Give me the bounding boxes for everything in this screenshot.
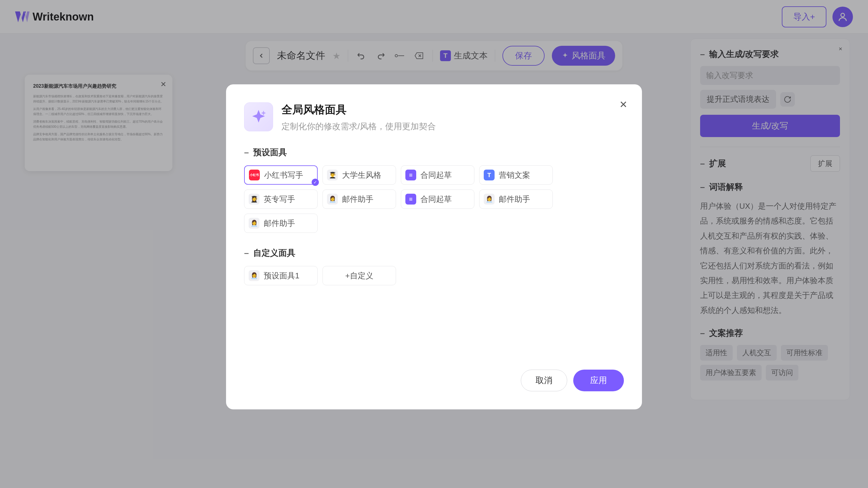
preset-title-text: 预设面具 [253, 147, 287, 158]
modal-title: 全局风格面具 [281, 102, 436, 117]
apply-button[interactable]: 应用 [573, 369, 624, 391]
mask-item[interactable]: ≡合同起草 [401, 190, 474, 209]
custom-mask-grid: 👩‍💼预设面具1+自定义 [244, 266, 624, 285]
sparkle-icon [250, 108, 267, 125]
custom-title-text: 自定义面具 [253, 247, 296, 259]
mask-item[interactable]: 👨‍🎓大学生风格 [322, 165, 396, 185]
mask-badge-icon: 👩‍💼 [249, 218, 259, 229]
modal-icon [244, 102, 273, 131]
mask-badge-icon: ≡ [405, 170, 416, 181]
preset-mask-grid: 小红书小红书写手✓👨‍🎓大学生风格≡合同起草T营销文案👩‍🎓英专写手👩‍💼邮件助… [244, 165, 624, 233]
mask-item[interactable]: T营销文案 [479, 165, 553, 185]
mask-label: 邮件助手 [499, 194, 530, 204]
style-mask-modal: ✕ 全局风格面具 定制化你的修改需求/风格，使用更加契合 – 预设面具 小红书小… [226, 84, 642, 410]
modal-subtitle: 定制化你的修改需求/风格，使用更加契合 [281, 121, 436, 132]
modal-footer: 取消 应用 [244, 369, 624, 391]
mask-label: 预设面具1 [264, 270, 299, 281]
add-custom-button[interactable]: +自定义 [322, 266, 396, 285]
mask-label: 英专写手 [264, 194, 295, 204]
mask-badge-icon: 👩‍💼 [249, 270, 259, 281]
mask-label: 邮件助手 [342, 194, 373, 204]
mask-badge-icon: 👨‍🎓 [327, 170, 338, 181]
mask-label: 合同起草 [421, 170, 452, 181]
mask-label: 营销文案 [499, 170, 530, 181]
mask-badge-icon: T [484, 170, 495, 181]
cancel-button[interactable]: 取消 [521, 369, 567, 391]
preset-section-title: – 预设面具 [244, 147, 624, 158]
mask-label: 大学生风格 [342, 170, 381, 181]
modal-close-button[interactable]: ✕ [619, 99, 627, 110]
modal-header: 全局风格面具 定制化你的修改需求/风格，使用更加契合 [244, 102, 624, 132]
mask-item[interactable]: 👩‍💼邮件助手 [322, 190, 396, 209]
mask-item[interactable]: ≡合同起草 [401, 165, 474, 185]
collapse-icon: – [244, 148, 249, 157]
mask-label: 合同起草 [421, 194, 452, 204]
mask-item[interactable]: 👩‍🎓英专写手 [244, 190, 318, 209]
mask-label: 小红书写手 [264, 170, 303, 181]
mask-badge-icon: ≡ [405, 194, 416, 204]
mask-item[interactable]: 👩‍💼邮件助手 [244, 214, 318, 233]
check-icon: ✓ [312, 178, 319, 186]
mask-item[interactable]: 👩‍💼预设面具1 [244, 266, 318, 285]
mask-badge-icon: 👩‍💼 [484, 194, 495, 204]
mask-item[interactable]: 小红书小红书写手✓ [244, 165, 318, 185]
mask-label: 邮件助手 [264, 218, 295, 229]
mask-badge-icon: 👩‍🎓 [249, 194, 259, 204]
mask-item[interactable]: 👩‍💼邮件助手 [479, 190, 553, 209]
modal-overlay: ✕ 全局风格面具 定制化你的修改需求/风格，使用更加契合 – 预设面具 小红书小… [0, 0, 868, 488]
collapse-icon: – [244, 248, 249, 258]
modal-title-block: 全局风格面具 定制化你的修改需求/风格，使用更加契合 [281, 102, 436, 132]
mask-badge-icon: 小红书 [249, 170, 260, 181]
custom-section-title: – 自定义面具 [244, 247, 624, 259]
mask-badge-icon: 👩‍💼 [327, 194, 338, 204]
